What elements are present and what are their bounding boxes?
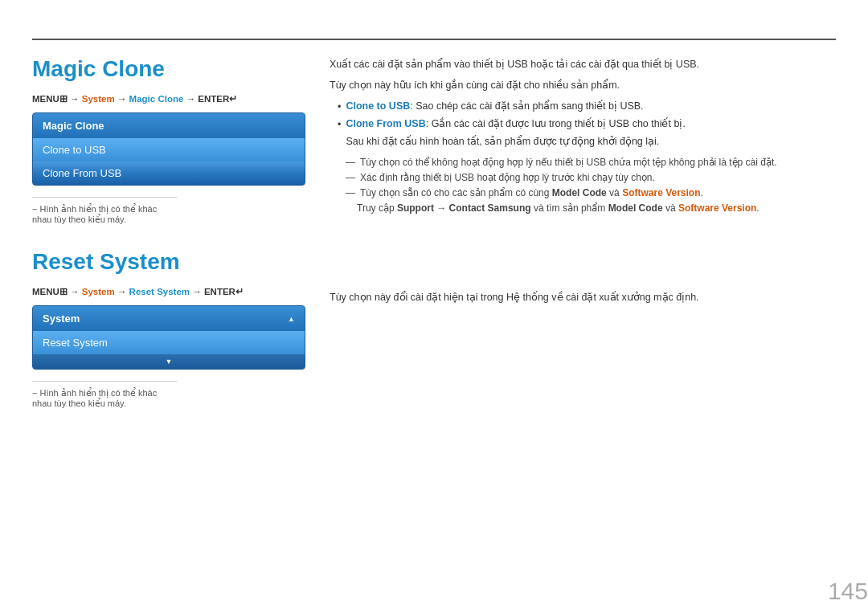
dash-sym-1: ― <box>346 155 355 170</box>
dash3-content: Tùy chọn sẵn có cho các sản phẩm có cùng… <box>360 186 703 201</box>
dash4-model: Model Code <box>608 202 663 214</box>
dash4-software: Software Version <box>678 202 756 214</box>
menu-enter-icon: ↵ <box>229 94 237 104</box>
arrow-down-icon: ▼ <box>166 358 173 366</box>
bullet-dot-1: • <box>338 99 341 116</box>
bullet2-sub: Sau khi đặt cấu hình hoàn tất, sản phẩm … <box>346 136 659 147</box>
bullet2-text: : Gắn các cài đặt được lưu trong thiết b… <box>426 118 686 129</box>
reset-system-footnote-area: − Hình ảnh hiển thị có thể khác nhau tùy… <box>32 381 177 409</box>
reset-menu-system: System <box>82 287 115 296</box>
reset-menu-reset: Reset System <box>129 287 190 296</box>
reset-system-desc: Tùy chọn này đổi cài đặt hiện tại trong … <box>330 289 836 305</box>
bullet-dot-2: • <box>338 116 341 150</box>
reset-box-header-label: System <box>43 313 80 325</box>
reset-menu-sep3: → <box>192 287 204 296</box>
reset-system-box-header: System ▲ <box>33 306 305 331</box>
reset-system-footnote: − Hình ảnh hiển thị có thể khác nhau tùy… <box>32 388 177 409</box>
magic-clone-ui-box: Magic Clone Clone to USB Clone From USB <box>32 112 305 186</box>
dash3-prefix: Tùy chọn sẵn có cho các sản phẩm có cùng <box>360 187 552 198</box>
reset-system-right: Tùy chọn này đổi cài đặt hiện tại trong … <box>330 249 836 409</box>
bullet-item-1: • Clone to USB: Sao chép các cài đặt sản… <box>338 98 836 116</box>
clone-to-usb-label: Clone to USB <box>346 100 410 112</box>
reset-menu-prefix: MENU <box>32 287 59 296</box>
menu-sep3: → <box>186 94 199 104</box>
dash-item-4: Truy cập Support → Contact Samsung và tì… <box>357 201 836 216</box>
dash4-content: Truy cập Support → Contact Samsung và tì… <box>357 201 760 216</box>
clone-from-usb-label: Clone From USB <box>346 118 425 129</box>
reset-menu-enter: ENTER <box>204 287 235 296</box>
dash-sym-2: ― <box>346 170 355 186</box>
dash-sym-3: ― <box>346 186 355 201</box>
dash2-text: Xác định rằng thiết bị USB hoạt động hợp… <box>360 170 655 186</box>
dash-list: ― Tùy chọn có thể không hoạt động hợp lý… <box>346 155 836 217</box>
magic-clone-right: Xuất các cài đặt sản phẩm vào thiết bị U… <box>330 56 836 225</box>
bullet-item-2: • Clone From USB: Gắn các cài đặt được l… <box>338 116 836 150</box>
dash4-contact: Contact Samsung <box>449 202 531 214</box>
dash4-arrow: → <box>434 202 449 214</box>
page-number: 145 <box>828 578 868 605</box>
magic-clone-section: Magic Clone MENU⊞ → System → Magic Clone… <box>32 56 836 225</box>
dash4-mid: và tìm sản phẩm <box>531 202 608 214</box>
top-divider <box>32 39 836 40</box>
menu-prefix: MENU <box>32 94 59 104</box>
magic-clone-title: Magic Clone <box>32 56 305 82</box>
dash3-suffix: . <box>701 187 703 198</box>
reset-system-ui-box: System ▲ Reset System ▼ <box>32 305 305 370</box>
magic-clone-menu-path: MENU⊞ → System → Magic Clone → ENTER↵ <box>32 93 305 104</box>
clone-to-usb-item[interactable]: Clone to USB <box>33 138 305 161</box>
reset-system-menu-path: MENU⊞ → System → Reset System → ENTER↵ <box>32 286 305 297</box>
reset-system-item[interactable]: Reset System <box>33 331 305 354</box>
magic-clone-desc2: Tùy chọn này hữu ích khi gắn cùng cài đặ… <box>330 77 836 93</box>
menu-sep2: → <box>117 94 129 104</box>
dash1-text: Tùy chọn có thể không hoạt động hợp lý n… <box>360 155 777 170</box>
reset-system-left: Reset System MENU⊞ → System → Reset Syst… <box>32 249 305 409</box>
dash4-prefix: Truy cập <box>357 202 397 214</box>
dash4-support: Support <box>397 202 434 214</box>
magic-clone-footnote: − Hình ảnh hiển thị có thể khác nhau tùy… <box>32 204 177 225</box>
arrow-up-icon: ▲ <box>288 315 295 323</box>
menu-icon: ⊞ <box>59 94 68 104</box>
bullet-list: • Clone to USB: Sao chép các cài đặt sản… <box>338 98 836 150</box>
reset-system-title: Reset System <box>32 249 305 275</box>
dash3-mid: và <box>607 187 622 198</box>
dash3-software: Software Version <box>622 187 700 198</box>
dash3-model: Model Code <box>552 187 607 198</box>
menu-system: System <box>82 94 115 104</box>
reset-menu-enter-icon: ↵ <box>235 287 244 296</box>
page-content: Magic Clone MENU⊞ → System → Magic Clone… <box>32 48 836 581</box>
reset-menu-sep1: → <box>70 287 82 296</box>
menu-sep1: → <box>70 94 82 104</box>
bullet1-text: : Sao chép các cài đặt sản phẩm sang thi… <box>410 100 643 112</box>
dash-item-2: ― Xác định rằng thiết bị USB hoạt động h… <box>346 170 836 186</box>
arrow-down-area: ▼ <box>33 354 305 369</box>
menu-clone: Magic Clone <box>129 94 184 104</box>
dash4-suffix: . <box>756 202 759 214</box>
clone-from-usb-item[interactable]: Clone From USB <box>33 161 305 185</box>
bullet2-content: Clone From USB: Gắn các cài đặt được lưu… <box>346 116 685 150</box>
reset-menu-icon: ⊞ <box>59 287 68 296</box>
reset-menu-sep2: → <box>117 287 129 296</box>
magic-clone-desc1: Xuất các cài đặt sản phẩm vào thiết bị U… <box>330 56 836 72</box>
reset-system-section: Reset System MENU⊞ → System → Reset Syst… <box>32 249 836 409</box>
dash-item-3: ― Tùy chọn sẵn có cho các sản phẩm có cù… <box>346 186 836 201</box>
dash-item-1: ― Tùy chọn có thể không hoạt động hợp lý… <box>346 155 836 170</box>
dash4-and: và <box>663 202 678 214</box>
menu-enter: ENTER <box>198 94 229 104</box>
magic-clone-footnote-area: − Hình ảnh hiển thị có thể khác nhau tùy… <box>32 197 177 225</box>
magic-clone-box-header: Magic Clone <box>33 113 305 138</box>
bullet1-content: Clone to USB: Sao chép các cài đặt sản p… <box>346 98 643 116</box>
magic-clone-left: Magic Clone MENU⊞ → System → Magic Clone… <box>32 56 305 225</box>
